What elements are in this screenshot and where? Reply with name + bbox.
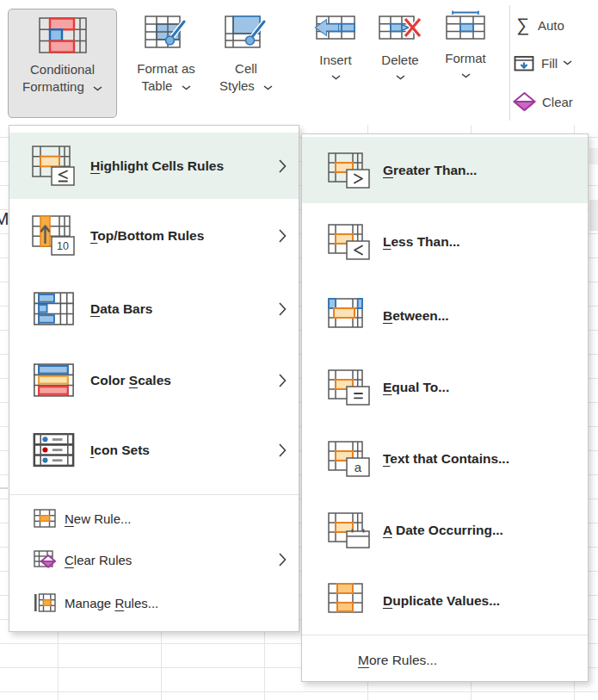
button-label-line1: Format as xyxy=(137,61,195,76)
submenu-item-label: Duplicate Values... xyxy=(383,593,500,609)
menu-item-label: Color Scales xyxy=(90,373,171,388)
date-occurring-icon xyxy=(328,512,376,548)
chevron-down-icon xyxy=(182,85,191,90)
data-bars-icon xyxy=(32,292,78,326)
chevron-down-icon xyxy=(263,85,273,90)
menu-item-manage-rules[interactable]: Manage Rules... xyxy=(9,580,299,625)
clipped-cell-text: M xyxy=(0,208,9,229)
format-cells-icon xyxy=(444,10,487,41)
delete-button[interactable]: Delete xyxy=(372,15,428,80)
submenu-item-label: Equal To... xyxy=(383,380,449,395)
sheet-row-divider xyxy=(0,487,8,489)
submenu-item-duplicate-values[interactable]: Duplicate Values... xyxy=(302,567,588,635)
delete-cells-icon xyxy=(379,15,422,43)
submenu-item-greater-than[interactable]: Greater Than... xyxy=(302,137,588,203)
submenu-arrow-icon xyxy=(279,374,287,387)
less-than-icon xyxy=(328,224,376,260)
conditional-formatting-button[interactable]: Conditional Formatting xyxy=(8,9,117,118)
submenu-item-label: Less Than... xyxy=(383,234,460,250)
submenu-separator xyxy=(302,635,588,635)
menu-separator xyxy=(9,494,299,495)
conditional-formatting-icon xyxy=(39,17,87,55)
submenu-arrow-icon xyxy=(279,159,287,173)
menu-item-label: Icon Sets xyxy=(90,443,150,458)
button-label-line2: Formatting xyxy=(22,79,84,94)
color-scales-icon xyxy=(32,363,78,398)
fill-button[interactable]: Fill xyxy=(514,53,572,72)
submenu-arrow-icon xyxy=(279,302,287,316)
format-as-table-icon xyxy=(145,14,188,52)
icon-sets-icon xyxy=(32,433,78,468)
cell-styles-button[interactable]: Cell Styles xyxy=(212,14,281,95)
submenu-item-label: Greater Than... xyxy=(383,163,477,178)
menu-item-label: Data Bars xyxy=(90,301,152,317)
menu-item-data-bars[interactable]: Data Bars xyxy=(9,273,299,345)
eraser-icon xyxy=(513,91,536,112)
submenu-item-less-than[interactable]: Less Than... xyxy=(302,203,588,281)
greater-than-icon xyxy=(328,152,376,189)
submenu-arrow-icon xyxy=(279,229,287,243)
button-label: Format xyxy=(445,50,486,67)
equal-to-icon xyxy=(328,369,376,406)
svg-text:a: a xyxy=(354,460,362,474)
submenu-item-label: More Rules... xyxy=(358,653,437,668)
sigma-icon: ∑ xyxy=(516,14,529,36)
between-icon xyxy=(328,298,376,334)
button-label: Fill xyxy=(541,56,558,71)
cell-styles-icon xyxy=(225,14,268,52)
submenu-item-a-date-occurring[interactable]: A Date Occurring... xyxy=(302,494,588,567)
submenu-item-text-that-contains[interactable]: a Text that Contains... xyxy=(302,424,588,494)
chevron-down-icon xyxy=(331,75,341,80)
new-rule-icon xyxy=(34,509,56,528)
format-button[interactable]: Format xyxy=(435,10,496,78)
button-label: Auto xyxy=(538,18,564,33)
chevron-down-icon xyxy=(396,75,405,80)
button-label: Delete xyxy=(381,52,418,69)
sheet-shaded-row xyxy=(589,148,598,164)
button-label-line1: Cell xyxy=(235,61,257,76)
insert-button[interactable]: Insert xyxy=(310,15,361,80)
menu-item-label: Manage Rules... xyxy=(65,596,158,610)
menu-item-label: Top/Bottom Rules xyxy=(90,228,204,244)
submenu-item-more-rules[interactable]: More Rules... xyxy=(302,639,588,682)
manage-rules-icon xyxy=(34,593,56,612)
format-as-table-button[interactable]: Format as Table xyxy=(126,14,206,95)
text-that-contains-icon: a xyxy=(328,441,376,477)
sheet-shaded-row xyxy=(589,200,598,231)
submenu-item-label: Text that Contains... xyxy=(383,451,509,467)
submenu-arrow-icon xyxy=(279,443,287,457)
highlight-cells-rules-icon xyxy=(32,146,78,187)
menu-item-new-rule[interactable]: New Rule... xyxy=(9,498,299,539)
submenu-item-equal-to[interactable]: Equal To... xyxy=(302,351,588,424)
submenu-item-label: Between... xyxy=(383,308,449,324)
chevron-down-icon xyxy=(461,73,471,78)
menu-item-label: New Rule... xyxy=(65,511,132,526)
menu-item-icon-sets[interactable]: Icon Sets xyxy=(9,416,299,485)
menu-item-label: Clear Rules xyxy=(65,553,132,567)
autosum-button[interactable]: ∑ Auto xyxy=(516,14,564,36)
menu-item-top-bottom-rules[interactable]: 10 Top/Bottom Rules xyxy=(9,199,299,273)
conditional-formatting-menu: Highlight Cells Rules 10 Top/Bottom Rule… xyxy=(9,125,299,632)
button-label-line2: Table xyxy=(141,78,172,93)
svg-text:10: 10 xyxy=(57,240,69,252)
highlight-cells-rules-submenu: Greater Than... Less Than... xyxy=(301,133,589,682)
submenu-arrow-icon xyxy=(279,553,287,567)
insert-cells-icon xyxy=(314,15,357,43)
button-label-line2: Styles xyxy=(219,78,255,93)
chevron-down-icon xyxy=(563,60,572,65)
button-label: Clear xyxy=(542,95,573,109)
ribbon: Conditional Formatting Format as Table xyxy=(0,0,598,125)
menu-item-label: Highlight Cells Rules xyxy=(90,158,224,174)
menu-item-color-scales[interactable]: Color Scales xyxy=(9,345,299,416)
top-bottom-rules-icon: 10 xyxy=(32,215,78,257)
submenu-item-between[interactable]: Between... xyxy=(302,281,588,351)
clear-button[interactable]: Clear xyxy=(513,91,573,112)
menu-item-clear-rules[interactable]: Clear Rules xyxy=(9,539,299,580)
button-label: Insert xyxy=(319,52,352,69)
button-label-line1: Conditional xyxy=(30,62,95,77)
clear-rules-icon xyxy=(34,550,56,569)
menu-item-highlight-cells-rules[interactable]: Highlight Cells Rules xyxy=(9,133,299,199)
ribbon-group-divider xyxy=(509,5,510,121)
fill-down-icon xyxy=(514,53,534,72)
chevron-down-icon xyxy=(93,86,102,91)
